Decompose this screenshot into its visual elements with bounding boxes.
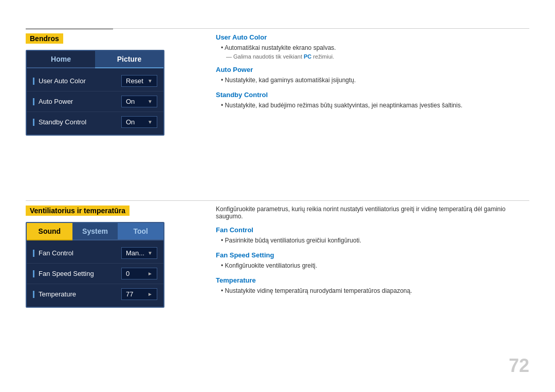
desc-title-user-auto-color: User Auto Color: [216, 33, 529, 41]
value-text-temp: 77: [126, 290, 133, 298]
desc-text-standby-control: Nustatykite, kad budėjimo režimas būtų s…: [221, 101, 529, 110]
menu-item-auto-power: Auto Power On ▼: [27, 91, 163, 112]
desc-title-temperature: Temperature: [216, 276, 529, 284]
menu-item-label-user-auto-color: User Auto Color: [33, 77, 86, 85]
item-bar: [33, 78, 34, 85]
desc-title-fan-control: Fan Control: [216, 226, 529, 234]
value-fan-speed[interactable]: 0 ►: [121, 268, 157, 279]
menu-item-label-auto-power: Auto Power: [33, 98, 73, 105]
dropdown-arrow-man: ▼: [147, 250, 153, 256]
desc-title-auto-power: Auto Power: [216, 66, 529, 73]
menu-item-fan-control: Fan Control Man... ▼: [27, 243, 163, 264]
tab-sound[interactable]: Sound: [27, 223, 72, 240]
label-fan-control: Fan Control: [39, 249, 73, 257]
label-user-auto-color: User Auto Color: [39, 77, 86, 85]
desc-text-temperature: Nustatykite vidinę temperatūrą nurodydam…: [221, 286, 529, 295]
page-number: 72: [509, 355, 529, 377]
label-temperature: Temperature: [39, 290, 76, 298]
middle-divider: [26, 200, 529, 201]
value-text-zero: 0: [126, 270, 130, 277]
menu-items-bendros: User Auto Color Reset ▼ Auto Power On: [27, 68, 163, 135]
pc-text: PC: [304, 53, 311, 60]
item-bar-2: [33, 98, 34, 105]
value-fan-control[interactable]: Man... ▼: [121, 247, 157, 259]
desc-intro-ventil: Konfigūruokite parametrus, kurių reikia …: [216, 206, 529, 220]
desc-text-user-auto-color: Automatiškai nustatykite ekrano spalvas.: [221, 43, 529, 52]
item-bar-speed: [33, 270, 34, 277]
desc-title-standby-control: Standby Control: [216, 91, 529, 99]
menu-item-label-temperature: Temperature: [33, 290, 76, 298]
arrow-right-temp: ►: [147, 291, 153, 297]
menu-item-label-fan-control: Fan Control: [33, 249, 73, 257]
item-bar-3: [33, 119, 34, 126]
item-bar-fan: [33, 250, 34, 257]
desc-title-fan-speed: Fan Speed Setting: [216, 251, 529, 259]
desc-panel-ventil: Konfigūruokite parametrus, kurių reikia …: [216, 206, 529, 295]
value-user-auto-color[interactable]: Reset ▼: [121, 75, 157, 87]
dropdown-arrow-on2: ▼: [147, 119, 153, 125]
arrow-right-speed: ►: [147, 271, 153, 276]
value-text-on-2: On: [126, 118, 135, 126]
desc-text-auto-power: Nustatykite, kad gaminys automatiškai įs…: [221, 76, 529, 85]
top-line: [26, 28, 529, 29]
section-title-ventiliatorius: Ventiliatorius ir temperatūra: [26, 206, 130, 216]
desc-sub-user-auto-color: Galima naudotis tik veikiant PC režimiui…: [226, 53, 529, 60]
desc-text-fan-speed: Konfigūruokite ventiliatorius greitį.: [221, 261, 529, 270]
value-text-on-1: On: [126, 98, 135, 105]
tab-picture[interactable]: Picture: [95, 51, 163, 68]
menu-box-ventil: Sound System Tool Fan Control Man... ▼: [26, 222, 164, 308]
menu-tabs-ventil: Sound System Tool: [27, 223, 163, 240]
menu-box-bendros: Home Picture User Auto Color Reset ▼: [26, 50, 164, 136]
value-auto-power[interactable]: On ▼: [121, 96, 157, 107]
menu-item-fan-speed: Fan Speed Setting 0 ►: [27, 264, 163, 284]
menu-item-label-fan-speed: Fan Speed Setting: [33, 270, 94, 277]
tab-tool[interactable]: Tool: [118, 223, 163, 240]
label-fan-speed: Fan Speed Setting: [39, 270, 94, 277]
tab-home[interactable]: Home: [27, 51, 95, 68]
desc-panel-bendros: User Auto Color Automatiškai nustatykite…: [216, 33, 529, 110]
page-container: Bendros Home Picture User Auto Color Res…: [0, 0, 555, 392]
item-bar-temp: [33, 291, 34, 298]
menu-item-label-standby: Standby Control: [33, 118, 86, 126]
label-auto-power: Auto Power: [39, 98, 73, 105]
menu-tabs-bendros: Home Picture: [27, 51, 163, 68]
dropdown-arrow-on1: ▼: [147, 99, 153, 104]
value-text-reset: Reset: [126, 77, 143, 85]
section-title-bendros: Bendros: [26, 33, 63, 44]
dropdown-arrow-reset: ▼: [147, 78, 153, 84]
value-text-man: Man...: [126, 249, 144, 257]
tab-system[interactable]: System: [72, 223, 118, 240]
menu-items-ventil: Fan Control Man... ▼ Fan Speed Setting 0: [27, 240, 163, 307]
value-temperature[interactable]: 77 ►: [121, 288, 157, 300]
menu-item-standby-control: Standby Control On ▼: [27, 112, 163, 132]
label-standby-control: Standby Control: [39, 118, 86, 126]
value-standby-control[interactable]: On ▼: [121, 116, 157, 128]
menu-item-temperature: Temperature 77 ►: [27, 284, 163, 304]
menu-item-user-auto-color: User Auto Color Reset ▼: [27, 71, 163, 91]
desc-text-fan-control: Pasirinkite būdą ventiliatorius greičiui…: [221, 236, 529, 245]
